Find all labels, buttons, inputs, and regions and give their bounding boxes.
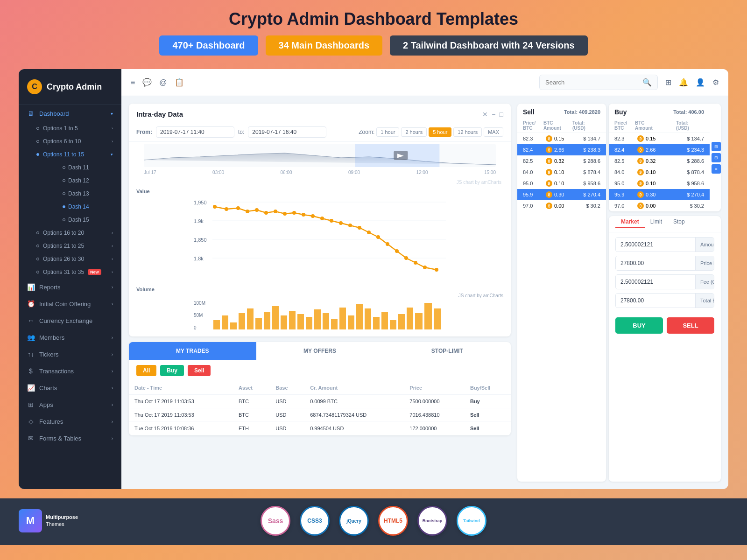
subitem-options-11-15[interactable]: Options 11 to 15 ▾	[19, 148, 121, 161]
subitem-options-31-35[interactable]: Options 31 to 35 New ›	[19, 266, 121, 279]
filter-all-button[interactable]: All	[136, 365, 156, 376]
ob-price: 95.0	[614, 181, 635, 186]
price-bpl-input[interactable]	[616, 256, 695, 270]
bottom-logo: M Multipurpose Themes	[19, 509, 78, 532]
subitem-options-6-10[interactable]: Options 6 to 10 ›	[19, 135, 121, 148]
tech-badge-html5[interactable]: HTML5	[378, 506, 408, 536]
sidebar-item-transactions[interactable]: $ Transactions ›	[19, 363, 121, 379]
side-icon-3[interactable]: ≡	[712, 164, 721, 174]
subitem-options-26-30[interactable]: Options 26 to 30 ›	[19, 252, 121, 266]
svg-text:1.9k: 1.9k	[194, 218, 204, 224]
cell-amount: 0.994504 USD	[304, 422, 404, 435]
total-bpl-input[interactable]	[616, 294, 695, 308]
clipboard-icon[interactable]: 📋	[175, 78, 184, 87]
sidebar-item-apps[interactable]: ⊞ Apps ›	[19, 396, 121, 413]
settings-icon[interactable]: ⚙	[712, 78, 719, 87]
ico-icon: ⏰	[27, 300, 35, 308]
tech-badge-bootstrap[interactable]: Bootstrap	[417, 506, 447, 536]
filter-buy-button[interactable]: Buy	[160, 365, 184, 376]
subitem-dash13[interactable]: Dash 13	[45, 187, 121, 200]
sidebar-item-exchange[interactable]: ↔ Currency Exchange	[19, 312, 121, 329]
sidebar-brand: Crypto Admin	[47, 82, 102, 92]
subitem-dash15[interactable]: Dash 15	[45, 213, 121, 226]
tab-limit[interactable]: Limit	[645, 216, 668, 228]
svg-text:50M: 50M	[194, 313, 203, 318]
zoom-2hours[interactable]: 2 hours	[401, 127, 427, 137]
transactions-icon: $	[27, 367, 35, 375]
zoom-controls: Zoom: 1 hour 2 hours 5 hour 12 hours MAX	[359, 127, 503, 137]
zoom-12hours[interactable]: 12 hours	[453, 127, 482, 137]
sidebar-item-reports[interactable]: 📊 Reports ›	[19, 279, 121, 295]
date-from-input[interactable]	[156, 126, 234, 138]
sidebar-item-forms[interactable]: ✉ Forms & Tables ›	[19, 430, 121, 447]
buy-form-tabs: Market Limit Stop	[609, 216, 721, 232]
sidebar-item-tickers[interactable]: ↑↓ Tickers ›	[19, 346, 121, 363]
tech-badge-sass[interactable]: Sass	[261, 506, 290, 536]
subitem-dash11[interactable]: Dash 11	[45, 161, 121, 174]
subitem-options-21-25[interactable]: Options 21 to 25 ›	[19, 239, 121, 252]
date-to-input[interactable]	[248, 126, 326, 138]
tab-stop-limit[interactable]: STOP-LIMIT	[383, 342, 511, 360]
ob-price: 82.5	[614, 158, 635, 164]
zoom-max[interactable]: MAX	[484, 127, 503, 137]
sidebar-logo: C Crypto Admin	[19, 69, 121, 105]
svg-point-28	[376, 235, 380, 239]
ob-sell-row: 82.5 ₿ 0.32 $ 288.6	[517, 155, 606, 167]
sidebar-item-members[interactable]: 👥 Members ›	[19, 329, 121, 346]
sidebar-item-dashboard[interactable]: 🖥 Dashboard ▾	[19, 105, 121, 122]
tech-badge-css3[interactable]: CSS3	[300, 506, 330, 536]
tab-my-trades[interactable]: MY TRADES	[129, 342, 256, 360]
tab-market[interactable]: Market	[615, 216, 645, 228]
zoom-5hour[interactable]: 5 hour	[429, 127, 451, 137]
subitem-options-1-5[interactable]: Options 1 to 5 ›	[19, 122, 121, 135]
menu-icon[interactable]: ≡	[131, 78, 135, 87]
sidebar-item-charts[interactable]: 📈 Charts ›	[19, 379, 121, 396]
tl-label: Jul 17	[144, 170, 156, 175]
search-input[interactable]	[545, 79, 639, 86]
chevron-right-icon: ›	[112, 352, 113, 357]
bottom-bar: M Multipurpose Themes Sass CSS3 jQuery H…	[0, 498, 747, 545]
bell-icon[interactable]: 🔔	[679, 78, 688, 87]
main-chart-svg: 1,950 1.9k 1,850 1.8k	[136, 195, 503, 279]
buy-button[interactable]: BUY	[615, 317, 663, 334]
sell-col-headers: Price/BTC BTCAmount Total:(USD)	[517, 119, 606, 133]
side-icon-2[interactable]: ⊟	[712, 153, 721, 162]
dot-icon	[36, 231, 39, 234]
sell-button[interactable]: SELL	[667, 317, 714, 334]
chat-icon[interactable]: 💬	[142, 78, 152, 87]
chevron-right-icon: ›	[112, 285, 113, 290]
subitem-options-16-20[interactable]: Options 16 to 20 ›	[19, 226, 121, 239]
amount-btc-input[interactable]	[616, 238, 695, 252]
user-icon[interactable]: 👤	[696, 78, 705, 87]
subitem-label: Dash 13	[68, 190, 89, 197]
expand-icon[interactable]: □	[500, 111, 503, 118]
tech-badge-tailwind[interactable]: Tailwind	[457, 506, 486, 536]
forms-icon: ✉	[27, 434, 35, 442]
sidebar-item-ico[interactable]: ⏰ Initial Coin Offering ›	[19, 295, 121, 312]
zoom-1hour[interactable]: 1 hour	[376, 127, 399, 137]
tech-badge-jquery[interactable]: jQuery	[339, 506, 369, 536]
col-amount: BTCAmount	[543, 120, 571, 131]
chart-panel: Intra-day Data ✕ − □ From: to:	[129, 104, 511, 482]
dot-active-icon	[36, 153, 39, 156]
subitem-dash14[interactable]: Dash 14	[45, 200, 121, 213]
side-icon-1[interactable]: ⊞	[712, 142, 721, 151]
fee-input[interactable]	[616, 275, 695, 289]
at-icon[interactable]: @	[159, 78, 167, 87]
coin-icon: ₿	[637, 135, 644, 142]
ob-price: 84.0	[523, 169, 544, 175]
ob-amount: ₿ 0.32	[637, 158, 674, 164]
sidebar-item-features[interactable]: ◇ Features ›	[19, 413, 121, 430]
coin-icon: ₿	[637, 191, 644, 198]
subitem-dash12[interactable]: Dash 12	[45, 174, 121, 187]
tab-stop[interactable]: Stop	[668, 216, 691, 228]
tl-label: 03:00	[212, 170, 224, 175]
filter-sell-button[interactable]: Sell	[188, 365, 211, 376]
body-split: Intra-day Data ✕ − □ From: to:	[121, 96, 728, 489]
fullscreen-icon[interactable]: ⊞	[665, 78, 671, 87]
subitem-label: Options 11 to 15	[43, 151, 84, 158]
search-box[interactable]: 🔍	[539, 75, 658, 90]
tab-my-offers[interactable]: MY OFFERS	[256, 342, 384, 360]
close-icon[interactable]: ✕	[482, 111, 488, 118]
minimize-icon[interactable]: −	[492, 111, 495, 118]
